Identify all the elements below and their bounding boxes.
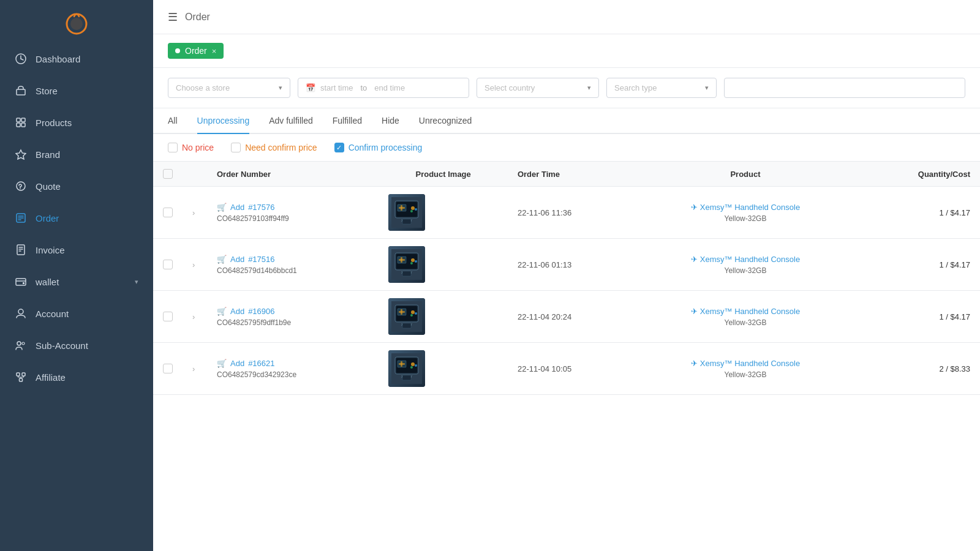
sidebar-item-order[interactable]: Order (0, 202, 153, 234)
order-id: CO64825795f9dff1b9e (217, 318, 369, 327)
breadcrumb-label: Order (185, 46, 207, 56)
tab-unrecognized[interactable]: Unrecognized (419, 108, 472, 134)
svg-point-47 (410, 314, 413, 317)
sidebar-label-order: Order (36, 213, 59, 223)
product-image-cell: XEMSY (379, 239, 508, 291)
svg-point-23 (411, 206, 415, 210)
add-label[interactable]: Add (230, 203, 244, 212)
product-cell: ✈ Xemsy™ Handheld Console Yellow-32GB (635, 343, 856, 395)
order-number[interactable]: #16621 (248, 359, 274, 368)
row-checkbox-cell[interactable] (153, 291, 183, 343)
row-expand-cell[interactable]: › (183, 239, 207, 291)
row-expand-icon[interactable]: › (192, 312, 195, 321)
row-expand-cell[interactable]: › (183, 291, 207, 343)
product-link[interactable]: ✈ Xemsy™ Handheld Console (691, 255, 800, 264)
search-input[interactable] (724, 78, 965, 98)
sidebar-label-sub-account: Sub-Account (36, 340, 88, 351)
tab-all[interactable]: All (168, 108, 178, 134)
no-price-checkbox[interactable] (168, 143, 178, 152)
order-number-cell: 🛒 Add #16621 CO6482579cd342923ce (207, 343, 379, 395)
hamburger-icon[interactable]: ☰ (168, 10, 178, 24)
row-checkbox-cell[interactable] (153, 239, 183, 291)
tab-unprocessing[interactable]: Unprocessing (197, 108, 250, 134)
sidebar-item-store[interactable]: Store (0, 75, 153, 107)
sidebar-item-products[interactable]: Products (0, 107, 153, 138)
add-label[interactable]: Add (230, 359, 244, 368)
svg-rect-39 (401, 257, 402, 263)
product-image: XEMSY (388, 246, 425, 283)
svg-point-35 (415, 260, 417, 263)
wallet-icon (15, 276, 27, 288)
tab-adv-fulfilled[interactable]: Adv fulfilled (269, 108, 313, 134)
store-select[interactable]: Choose a store ▾ (168, 78, 290, 98)
svg-point-14 (18, 309, 23, 314)
product-image-cell: XEMSY (379, 291, 508, 343)
add-label[interactable]: Add (230, 307, 244, 316)
product-link[interactable]: ✈ Xemsy™ Handheld Console (691, 359, 800, 368)
order-time-cell: 22-11-04 20:24 (508, 291, 635, 343)
type-placeholder: Search type (614, 83, 700, 92)
row-expand-icon[interactable]: › (192, 260, 195, 269)
country-select[interactable]: Select country ▾ (477, 78, 599, 98)
row-expand-cell[interactable]: › (183, 343, 207, 395)
sidebar-label-account: Account (36, 309, 69, 319)
product-link[interactable]: ✈ Xemsy™ Handheld Console (691, 307, 800, 316)
row-expand-icon[interactable]: › (192, 208, 195, 217)
order-time-cell: 22-11-06 01:13 (508, 239, 635, 291)
date-range-filter[interactable]: 📅 start time to end time (298, 78, 469, 98)
product-image: XEMSY (388, 194, 425, 231)
sidebar-item-account[interactable]: Account (0, 298, 153, 329)
type-select[interactable]: Search type ▾ (606, 78, 717, 98)
add-label[interactable]: Add (230, 255, 244, 264)
sidebar-item-invoice[interactable]: Invoice (0, 234, 153, 266)
svg-rect-3 (17, 89, 25, 95)
sidebar-item-wallet[interactable]: wallet ▾ (0, 266, 153, 298)
filters-bar: Choose a store ▾ 📅 start time to end tim… (153, 68, 980, 108)
check-no-price[interactable]: No price (168, 143, 214, 152)
svg-rect-11 (17, 245, 24, 255)
confirm-processing-checkbox[interactable]: ✓ (334, 143, 344, 152)
check-need-confirm-price[interactable]: Need confirm price (231, 143, 317, 152)
order-number[interactable]: #17576 (248, 203, 274, 212)
tab-hide[interactable]: Hide (382, 108, 399, 134)
product-image-cell: XEMSY (379, 187, 508, 239)
order-number[interactable]: #16906 (248, 307, 274, 316)
product-variant: Yellow-32GB (725, 214, 767, 223)
product-name[interactable]: Xemsy™ Handheld Console (700, 203, 800, 212)
svg-point-34 (411, 258, 415, 262)
telegram-icon: ✈ (691, 255, 698, 264)
sidebar-item-quote[interactable]: Quote (0, 170, 153, 202)
account-icon (15, 307, 27, 320)
svg-point-57 (415, 364, 417, 367)
check-confirm-processing[interactable]: ✓ Confirm processing (334, 143, 423, 152)
order-number[interactable]: #17516 (248, 255, 274, 264)
sidebar-item-affiliate[interactable]: Affiliate (0, 361, 153, 393)
row-checkbox[interactable] (163, 312, 173, 321)
product-name[interactable]: Xemsy™ Handheld Console (700, 359, 800, 368)
sidebar-item-sub-account[interactable]: Sub-Account (0, 329, 153, 361)
product-name[interactable]: Xemsy™ Handheld Console (700, 307, 800, 316)
row-checkbox-cell[interactable] (153, 187, 183, 239)
product-link[interactable]: ✈ Xemsy™ Handheld Console (691, 203, 800, 212)
orders-table-container: Order Number Product Image Order Time Pr… (153, 162, 980, 551)
row-expand-cell[interactable]: › (183, 187, 207, 239)
col-select-all[interactable] (153, 162, 183, 187)
breadcrumb-close[interactable]: × (212, 47, 217, 56)
svg-rect-17 (17, 373, 20, 376)
product-name[interactable]: Xemsy™ Handheld Console (700, 255, 800, 264)
row-checkbox[interactable] (163, 208, 173, 217)
row-checkbox[interactable] (163, 260, 173, 269)
type-chevron-icon: ▾ (705, 84, 709, 92)
sub-account-icon (15, 339, 27, 351)
tab-fulfilled[interactable]: Fulfilled (333, 108, 362, 134)
row-checkbox-cell[interactable] (153, 343, 183, 395)
row-checkbox[interactable] (163, 364, 173, 373)
svg-rect-41 (402, 271, 411, 276)
row-expand-icon[interactable]: › (192, 364, 195, 373)
sidebar-label-brand: Brand (36, 149, 60, 160)
sidebar-item-brand[interactable]: Brand (0, 138, 153, 170)
svg-point-36 (410, 262, 413, 264)
select-all-checkbox[interactable] (163, 169, 173, 179)
sidebar-item-dashboard[interactable]: Dashboard (0, 43, 153, 75)
need-confirm-price-checkbox[interactable] (231, 143, 241, 152)
